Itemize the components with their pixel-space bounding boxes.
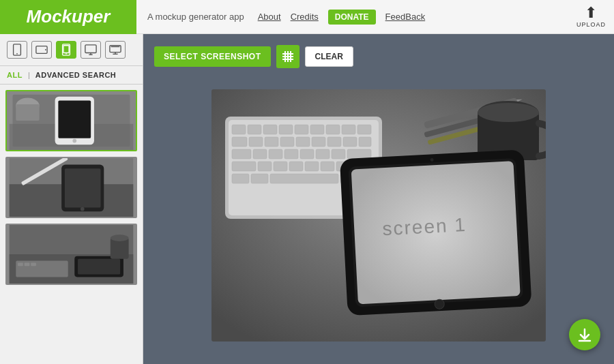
svg-rect-58 [265,137,278,147]
svg-rect-21 [16,104,39,121]
svg-rect-52 [310,125,324,134]
tablet-portrait-device-icon[interactable] [56,41,76,59]
feedback-link[interactable]: FeedBack [385,12,426,22]
svg-rect-77 [305,162,319,171]
svg-text:screen 1: screen 1 [382,214,467,239]
toolbar: SELECT SCREENSHOT CLEAR [154,45,603,68]
svg-rect-72 [347,149,371,159]
desktop-device-icon[interactable] [81,41,101,59]
svg-rect-54 [342,125,355,134]
svg-rect-49 [263,125,277,134]
svg-rect-59 [280,137,294,147]
svg-rect-35 [78,259,120,275]
list-item[interactable] [5,224,137,285]
preview-area: screen 1 [154,78,603,353]
svg-rect-75 [274,162,287,171]
svg-rect-81 [251,174,268,183]
upload-label: UPLOAD [576,21,606,28]
svg-rect-82 [270,174,338,183]
logo-area: Mockuper [0,0,136,34]
svg-rect-70 [316,149,330,159]
about-link[interactable]: About [258,12,281,22]
svg-rect-73 [232,162,256,171]
filter-divider: | [28,71,30,79]
svg-rect-80 [232,174,249,183]
svg-rect-56 [232,137,247,147]
donate-button[interactable]: DONATE [328,10,376,25]
svg-point-92 [478,103,539,122]
header: Mockuper A mockup generator app About Cr… [0,0,614,34]
upload-icon-area: ⬆ UPLOAD [576,5,606,28]
svg-rect-62 [327,137,341,147]
widescreen-device-icon[interactable] [105,41,126,59]
pattern-button[interactable] [276,45,299,68]
svg-rect-47 [232,125,246,134]
svg-rect-30 [16,261,68,277]
svg-rect-26 [65,168,101,207]
svg-rect-32 [25,262,30,266]
select-screenshot-button[interactable]: SELECT SCREENSHOT [154,46,271,67]
svg-rect-61 [312,137,325,147]
sidebar: ALL | ADVANCED SEARCH [0,34,143,364]
download-fab-button[interactable] [569,319,600,350]
device-icons [0,34,143,66]
svg-rect-60 [296,137,310,147]
svg-rect-33 [31,262,36,266]
svg-rect-78 [321,162,334,171]
nav: About Credits DONATE FeedBack [258,10,426,25]
svg-rect-63 [343,137,357,147]
clear-button[interactable]: CLEAR [305,46,353,67]
svg-point-37 [111,234,129,241]
list-item[interactable] [5,90,137,151]
logo-text: Mockuper [27,6,111,27]
svg-rect-74 [258,162,272,171]
svg-rect-71 [332,149,345,159]
svg-rect-48 [248,125,261,134]
svg-rect-53 [326,125,340,134]
svg-rect-65 [232,149,251,159]
svg-point-27 [81,207,85,211]
upload-arrow-icon: ⬆ [585,5,597,20]
svg-rect-68 [284,149,298,159]
svg-rect-7 [85,45,96,53]
tagline: A mockup generator app [147,12,244,22]
svg-rect-6 [63,46,69,53]
upload-button[interactable]: ⬆ UPLOAD [576,5,606,28]
svg-rect-50 [279,125,293,134]
main: ALL | ADVANCED SEARCH [0,34,614,364]
svg-rect-18 [58,100,91,138]
svg-rect-66 [253,149,267,159]
filter-all[interactable]: ALL [7,71,23,79]
mockup-preview: screen 1 [211,89,546,342]
svg-point-19 [72,139,76,143]
svg-rect-55 [357,125,371,134]
svg-point-97 [435,299,445,309]
credits-link[interactable]: Credits [291,12,319,22]
tablet-landscape-device-icon[interactable] [31,41,52,59]
svg-rect-76 [289,162,303,171]
svg-rect-51 [295,125,308,134]
svg-rect-57 [249,137,263,147]
list-item[interactable] [5,157,137,218]
phone-device-icon[interactable] [7,41,27,59]
svg-rect-31 [18,262,23,266]
filter-row: ALL | ADVANCED SEARCH [0,66,143,85]
svg-rect-67 [269,149,282,159]
thumbnail-list [0,85,143,364]
svg-rect-69 [300,149,314,159]
svg-rect-64 [359,137,371,147]
content: SELECT SCREENSHOT CLEAR [143,34,614,364]
filter-advanced[interactable]: ADVANCED SEARCH [35,71,117,79]
